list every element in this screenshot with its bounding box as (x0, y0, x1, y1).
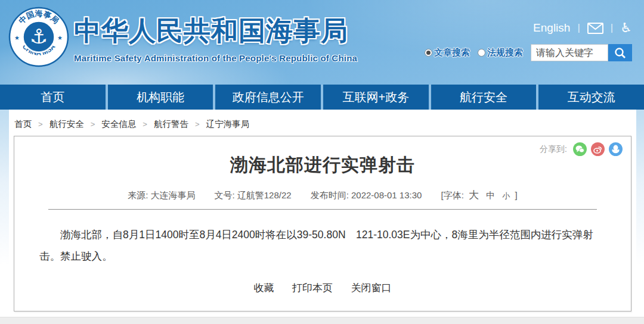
site-header: 中国海事局 CHINA MSA ★ ★ ⚓ 中华人民共和国海事局 Maritim… (0, 0, 644, 85)
search-option-regulation[interactable]: 法规搜索 (478, 47, 523, 58)
anchor-emblem-icon: 中国海事局 CHINA MSA ★ ★ ⚓ (8, 7, 69, 67)
main-nav: 首页 机构职能 政府信息公开 互联网+政务 航行安全 互动交流 (0, 85, 644, 110)
english-link[interactable]: English (533, 21, 570, 35)
font-label: [字体: (441, 190, 464, 200)
breadcrumb-nav-warning[interactable]: 航行警告 (154, 119, 188, 129)
content-wrapper: 首页 > 航行安全 > 安全信息 > 航行警告 > 辽宁海事局 分享到: (9, 110, 636, 317)
meta-source: 来源:大连海事局 (128, 190, 195, 200)
separator: | (611, 22, 613, 34)
nav-item-interaction[interactable]: 互动交流 (538, 85, 644, 110)
separator: | (577, 22, 580, 34)
radio-selected-icon[interactable] (425, 49, 432, 57)
font-size-small-button[interactable]: 小 (502, 191, 510, 200)
footer-strip (0, 317, 644, 324)
breadcrumb: 首页 > 航行安全 > 安全信息 > 航行警告 > 辽宁海事局 (9, 110, 636, 136)
search-option-article[interactable]: 文章搜索 (425, 47, 470, 58)
close-window-link[interactable]: 关闭窗口 (351, 282, 391, 294)
accessibility-icon[interactable]: ♿ (620, 21, 632, 35)
search-icon (614, 47, 626, 59)
font-size-control: [字体: 大 中 小 ] (441, 190, 518, 200)
site-search: 文章搜索 法规搜索 (425, 44, 642, 61)
print-page-link[interactable]: 打印本页 (292, 282, 333, 294)
msa-logo[interactable]: 中国海事局 CHINA MSA ★ ★ ⚓ (8, 7, 69, 67)
header-utility-links: English | | ♿ (533, 21, 632, 35)
favorite-link[interactable]: 收藏 (254, 282, 274, 294)
share-wechat-icon[interactable] (573, 142, 587, 156)
share-row: 分享到: (540, 142, 623, 156)
svg-text:★: ★ (14, 35, 20, 41)
article-body: 渤海北部，自8月1日1400时至8月4日2400时将在以39-50.80N 12… (39, 224, 606, 267)
breadcrumb-separator: > (143, 120, 147, 129)
article-title: 渤海北部进行实弹射击 (14, 153, 631, 177)
breadcrumb-home[interactable]: 首页 (14, 119, 32, 129)
font-size-medium-button[interactable]: 中 (486, 190, 495, 200)
svg-text:★: ★ (57, 35, 63, 41)
nav-item-internet-gov[interactable]: 互联网+政务 (323, 85, 429, 110)
breadcrumb-navigation-safety[interactable]: 航行安全 (49, 119, 84, 129)
breadcrumb-liaoning-msa[interactable]: 辽宁海事局 (206, 119, 250, 129)
share-weibo-icon[interactable] (591, 142, 605, 156)
breadcrumb-safety-info[interactable]: 安全信息 (101, 119, 136, 129)
font-label-end: ] (515, 190, 518, 200)
mail-icon[interactable] (587, 23, 603, 34)
font-size-large-button[interactable]: 大 (469, 189, 479, 201)
breadcrumb-separator: > (91, 120, 95, 129)
article-box: 分享到: (14, 136, 631, 311)
svg-text:⚓: ⚓ (30, 25, 48, 48)
search-input[interactable] (531, 44, 608, 61)
meta-doc-number: 文号:辽航警128/22 (215, 190, 292, 200)
radio-unselected-icon[interactable] (478, 49, 485, 57)
share-qq-icon[interactable] (609, 142, 623, 156)
article-meta: 来源:大连海事局 文号:辽航警128/22 发布时间:2022-08-01 13… (14, 188, 631, 202)
nav-item-gov-info[interactable]: 政府信息公开 (215, 85, 321, 110)
meta-publish-time: 发布时间:2022-08-01 13:30 (311, 190, 422, 200)
site-title: 中华人民共和国海事局 (74, 13, 357, 49)
breadcrumb-separator: > (195, 120, 200, 129)
nav-item-navigation-safety[interactable]: 航行安全 (431, 85, 537, 110)
page-background: 首页 > 航行安全 > 安全信息 > 航行警告 > 辽宁海事局 分享到: (0, 110, 644, 317)
search-button[interactable] (608, 44, 632, 61)
site-subtitle: Maritime Safety Administration of the Pe… (74, 53, 357, 63)
share-label: 分享到: (540, 144, 567, 155)
nav-item-home[interactable]: 首页 (0, 85, 106, 110)
meta-divider (48, 209, 597, 210)
nav-item-functions[interactable]: 机构职能 (108, 85, 213, 110)
article-actions: 收藏 打印本页 关闭窗口 (14, 281, 631, 295)
site-title-block: 中华人民共和国海事局 Maritime Safety Administratio… (74, 13, 357, 63)
breadcrumb-separator: > (38, 120, 43, 129)
